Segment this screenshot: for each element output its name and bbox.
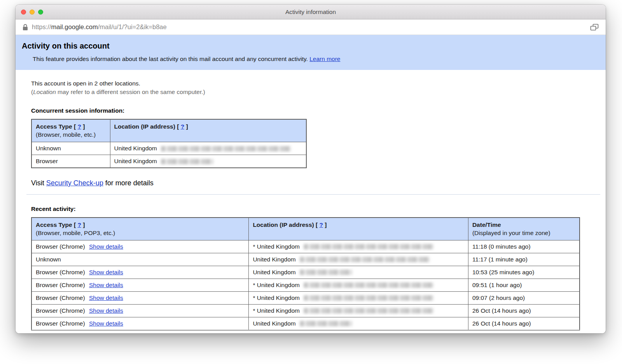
concurrent-sessions-table: Access Type [ ? ] (Browser, mobile, etc.…	[31, 119, 307, 168]
datetime-cell: 11:18 (0 minutes ago)	[468, 240, 580, 253]
datetime-cell: 09:07 (2 hours ago)	[468, 291, 580, 304]
url-text: https://mail.google.com/mail/u/1/?ui=2&i…	[32, 23, 167, 31]
redacted-ip	[304, 244, 434, 249]
table-row: Browser (Chrome) Show details United Kin…	[31, 266, 580, 279]
datetime-cell: 11:17 (1 minute ago)	[468, 253, 580, 266]
redacted-ip	[300, 257, 430, 262]
table-row: Browser (Chrome) Show details * United K…	[31, 291, 580, 304]
table-header-row: Access Type [ ? ] (Browser, mobile, etc.…	[31, 119, 306, 142]
datetime-cell: 26 Oct (14 hours ago)	[468, 317, 580, 330]
account-open-summary: This account is open in 2 other location…	[31, 79, 606, 96]
show-details-link[interactable]: Show details	[89, 307, 123, 314]
recent-activity-table: Access Type [ ? ] (Browser, mobile, POP3…	[31, 217, 580, 331]
concurrent-sessions-heading: Concurrent session information:	[31, 107, 606, 114]
show-details-link[interactable]: Show details	[89, 243, 123, 250]
window-titlebar: Activity information	[16, 5, 606, 19]
zoom-window-button[interactable]	[38, 9, 43, 14]
open-locations-text: This account is open in 2 other location…	[31, 80, 140, 87]
location-note: (Location may refer to a different sessi…	[31, 89, 205, 95]
table-row: Browser (Chrome) Show details * United K…	[31, 240, 580, 253]
redacted-ip	[161, 159, 213, 164]
page-title: Activity on this account	[22, 42, 599, 51]
access-type-cell: Browser (Chrome) Show details	[31, 279, 249, 291]
window-title: Activity information	[285, 9, 336, 16]
location-help-link[interactable]: ?	[320, 221, 323, 228]
header-description-row: This feature provides information about …	[33, 56, 599, 63]
access-type-header: Access Type [ ? ] (Browser, mobile, POP3…	[31, 218, 249, 240]
access-type-cell: Browser (Chrome) Show details	[31, 291, 249, 304]
table-row: Browser (Chrome) Show details United Kin…	[31, 317, 580, 330]
access-type-header: Access Type [ ? ] (Browser, mobile, etc.…	[31, 119, 110, 142]
tab-overview-icon[interactable]	[590, 24, 599, 31]
table-header-row: Access Type [ ? ] (Browser, mobile, POP3…	[31, 218, 580, 240]
show-details-link[interactable]: Show details	[89, 282, 123, 288]
redacted-ip	[304, 308, 434, 313]
datetime-cell: 10:53 (25 minutes ago)	[468, 266, 580, 279]
redacted-ip	[304, 282, 434, 288]
table-row: Browser United Kingdom	[31, 155, 306, 168]
url-path: /mail/u/1/?ui=2&ik=b8ae	[98, 23, 167, 30]
redacted-ip	[300, 321, 352, 326]
page-header: Activity on this account This feature pr…	[16, 35, 606, 70]
show-details-link[interactable]: Show details	[89, 269, 123, 275]
table-row: Browser (Chrome) Show details * United K…	[31, 279, 580, 291]
location-cell: * United Kingdom	[249, 291, 468, 304]
access-type-cell: Browser	[31, 155, 110, 168]
redacted-ip	[304, 295, 434, 301]
window-controls	[21, 9, 43, 14]
location-cell: * United Kingdom	[249, 279, 468, 291]
location-header: Location (IP address) [ ? ]	[249, 218, 468, 240]
section-divider	[26, 194, 600, 195]
header-description: This feature provides information about …	[33, 56, 308, 62]
address-bar[interactable]: https://mail.google.com/mail/u/1/?ui=2&i…	[16, 19, 606, 35]
datetime-cell: 09:51 (1 hour ago)	[468, 279, 580, 291]
security-checkup-line: Visit Security Check-up for more details	[31, 179, 606, 187]
datetime-header: Date/Time (Displayed in your time zone)	[468, 218, 580, 240]
datetime-cell: 26 Oct (14 hours ago)	[468, 304, 580, 317]
location-cell: United Kingdom	[110, 142, 306, 155]
access-type-help-link[interactable]: ?	[77, 221, 81, 228]
location-cell: United Kingdom	[110, 155, 306, 168]
access-type-cell: Unknown	[31, 253, 249, 266]
url-host: mail.google.com	[51, 23, 98, 30]
lock-icon	[23, 24, 28, 31]
access-type-cell: Browser (Chrome) Show details	[31, 240, 249, 253]
location-cell: United Kingdom	[249, 266, 468, 279]
page-content: This account is open in 2 other location…	[16, 79, 606, 333]
location-cell: * United Kingdom	[249, 240, 468, 253]
location-cell: United Kingdom	[249, 317, 468, 330]
access-type-cell: Browser (Chrome) Show details	[31, 304, 249, 317]
show-details-link[interactable]: Show details	[89, 320, 123, 327]
location-help-link[interactable]: ?	[181, 123, 184, 130]
recent-activity-heading: Recent activity:	[31, 206, 606, 212]
show-details-link[interactable]: Show details	[89, 294, 123, 301]
minimize-window-button[interactable]	[30, 9, 35, 14]
close-window-button[interactable]	[21, 9, 26, 14]
redacted-ip	[300, 270, 352, 275]
redacted-ip	[161, 146, 291, 152]
location-cell: United Kingdom	[249, 253, 468, 266]
access-type-cell: Unknown	[31, 142, 110, 155]
table-row: Browser (Chrome) Show details * United K…	[31, 304, 580, 317]
location-cell: * United Kingdom	[249, 304, 468, 317]
location-header: Location (IP address) [ ? ]	[110, 119, 306, 142]
browser-window: Activity information https://mail.google…	[16, 5, 606, 333]
url-scheme: https://	[32, 23, 51, 30]
access-type-cell: Browser (Chrome) Show details	[31, 266, 249, 279]
learn-more-link[interactable]: Learn more	[309, 56, 340, 62]
access-type-cell: Browser (Chrome) Show details	[31, 317, 249, 330]
security-checkup-link[interactable]: Security Check-up	[46, 179, 103, 187]
table-row: Unknown United Kingdom	[31, 142, 306, 155]
table-row: Unknown United Kingdom 11:17 (1 minute a…	[31, 253, 580, 266]
access-type-help-link[interactable]: ?	[77, 123, 81, 130]
